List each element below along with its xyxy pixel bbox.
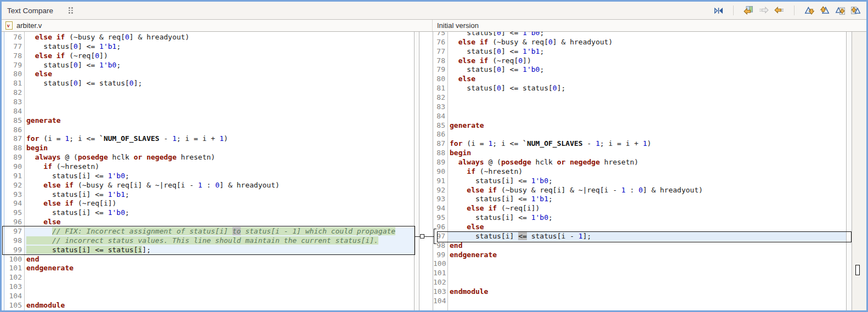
code-line: always @ (posedge hclk or negedge hreset… (448, 158, 846, 167)
diff-connector-line (415, 236, 434, 237)
line-number: 78 (433, 56, 447, 66)
line-number: 89 (4, 153, 24, 162)
code-line: if (~hresetn) (448, 167, 846, 177)
code-line: status[i] <= status[i - 1]; (448, 232, 846, 241)
code-line: endmodule (448, 287, 846, 297)
code-line (25, 98, 414, 107)
line-number: 79 (4, 61, 24, 70)
line-number: 103 (433, 287, 447, 297)
code-line: status[0] <= 1'b0; (448, 65, 846, 75)
line-number: 99 (4, 246, 24, 255)
line-number: 104 (433, 297, 447, 306)
left-pane-title: arbiter.v (16, 21, 42, 30)
line-number: 97 (4, 227, 24, 236)
code-line (448, 103, 846, 112)
line-number: 105 (4, 301, 24, 310)
line-number: 82 (433, 93, 447, 103)
line-number: 102 (4, 273, 24, 282)
code-line: begin (25, 144, 414, 153)
code-line: else (448, 75, 846, 84)
code-line: end (448, 241, 846, 251)
code-line (448, 278, 846, 287)
line-number: 101 (433, 269, 447, 278)
previous-change-icon[interactable] (850, 5, 861, 16)
code-line: else if (~busy & req[0] & hreadyout) (448, 38, 846, 47)
copy-right-to-left-icon[interactable] (774, 5, 785, 16)
code-line (448, 130, 846, 139)
line-number: 102 (433, 278, 447, 287)
line-number: 87 (4, 134, 24, 144)
code-line: // incorrect status values. This line sh… (25, 236, 414, 246)
code-line: status[i] <= 1'b0; (25, 172, 414, 181)
code-line: generate (448, 121, 846, 131)
code-line: else if (~req[0]) (25, 52, 414, 61)
swap-left-right-icon[interactable] (713, 5, 724, 16)
line-number: 75 (433, 32, 447, 38)
next-difference-icon[interactable] (804, 5, 815, 16)
verilog-file-icon: v (5, 21, 13, 30)
line-number: 103 (4, 282, 24, 292)
line-number: 95 (4, 208, 24, 218)
diff-connector-handle[interactable] (420, 234, 424, 239)
right-scrollbar[interactable] (847, 32, 852, 310)
right-line-number-gutter: 7576777879808182838485868788899091929394… (433, 32, 448, 310)
code-line (25, 88, 414, 98)
line-number: 94 (4, 199, 24, 208)
line-number: 76 (4, 33, 24, 42)
line-number: 88 (433, 149, 447, 158)
line-number: 80 (4, 70, 24, 79)
previous-difference-icon[interactable] (819, 5, 830, 16)
line-number: 85 (433, 121, 447, 131)
code-line: endgenerate (448, 251, 846, 260)
code-line: if (~hresetn) (25, 162, 414, 172)
line-number: 86 (4, 126, 24, 135)
code-line (25, 282, 414, 292)
code-line (25, 107, 414, 116)
code-line: status[0] <= 1'b0; (448, 32, 846, 38)
code-line: status[i] <= 1'b0; (448, 177, 846, 186)
line-number: 82 (4, 88, 24, 98)
line-number: 100 (433, 259, 447, 269)
compare-toolbar: Text Compare (2, 2, 866, 20)
code-line: end (25, 255, 414, 264)
line-number: 84 (433, 112, 447, 121)
right-code-editor[interactable]: status[0] <= 1'b0; else if (~busy & req[… (448, 32, 847, 310)
code-line: status[i] <= 1'b0; (448, 213, 846, 223)
next-change-icon[interactable] (835, 5, 846, 16)
line-number: 87 (433, 139, 447, 149)
line-number: 92 (433, 186, 447, 195)
code-line (25, 126, 414, 135)
code-line: else if (~busy & req[i] & ~|req[i - 1 : … (448, 186, 846, 195)
code-line: for (i = 1; i <= `NUM_OF_SLAVES - 1; i =… (25, 134, 414, 144)
code-line: else if (~req[0]) (448, 56, 846, 66)
code-line: status[i] <= 1'b1; (25, 190, 414, 200)
left-scrollbar[interactable] (415, 32, 419, 310)
compare-main-area: 7677787980818283848586878889909192939495… (2, 32, 866, 310)
code-line: generate (25, 116, 414, 126)
code-line (25, 292, 414, 301)
pane-title: Text Compare (7, 7, 53, 15)
overview-ruler (852, 32, 866, 310)
code-line: endmodule (25, 301, 414, 310)
code-line (448, 93, 846, 103)
left-code-editor[interactable]: else if (~busy & req[0] & hreadyout) sta… (25, 32, 415, 310)
line-number: 86 (433, 130, 447, 139)
line-number: 91 (433, 177, 447, 186)
line-number: 79 (433, 65, 447, 75)
copy-all-right-to-left-icon[interactable] (743, 5, 754, 16)
code-line: endgenerate (25, 264, 414, 273)
code-line: else (448, 223, 846, 232)
grip-dots-icon (69, 7, 73, 14)
left-line-number-gutter: 7677787980818283848586878889909192939495… (4, 32, 25, 310)
code-line (448, 259, 846, 269)
line-number: 85 (4, 116, 24, 126)
line-number: 76 (433, 38, 447, 47)
code-line: for (i = 1; i <= `NUM_OF_SLAVES - 1; i =… (448, 139, 846, 149)
code-line: // FIX: Incorrect assignment of status[i… (25, 227, 414, 236)
code-line: status[0] <= 1'b1; (448, 47, 846, 56)
code-line: else (25, 70, 414, 79)
code-line: status[0] <= status[0]; (25, 79, 414, 88)
diff-overview-marker[interactable] (855, 265, 860, 275)
line-number: 93 (4, 190, 24, 200)
code-line: status[i] <= status[i]; (25, 246, 414, 255)
